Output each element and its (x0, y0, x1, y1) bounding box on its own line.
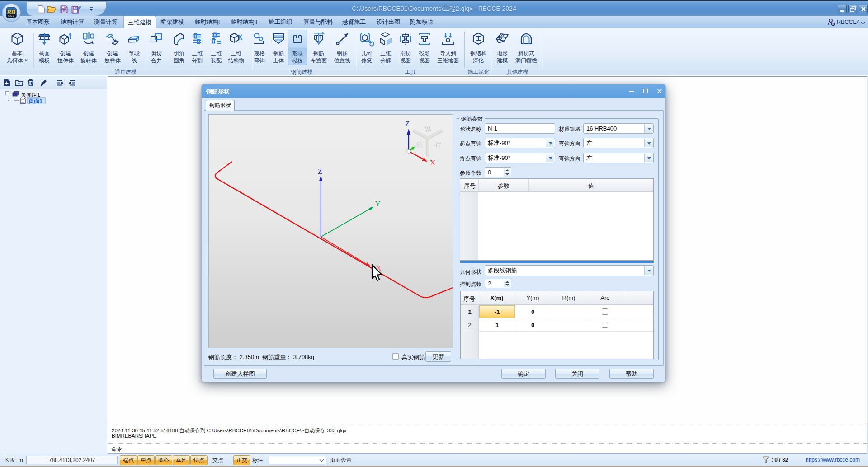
svg-text:右: 右 (434, 140, 441, 148)
svg-text:Z: Z (318, 168, 322, 175)
svg-text:X: X (430, 159, 435, 167)
svg-text:CCE: CCE (8, 14, 15, 17)
svg-text:Y: Y (375, 200, 381, 208)
svg-text:前: 前 (415, 140, 423, 148)
svg-text:Z: Z (405, 120, 410, 128)
svg-text:顶: 顶 (424, 124, 432, 133)
